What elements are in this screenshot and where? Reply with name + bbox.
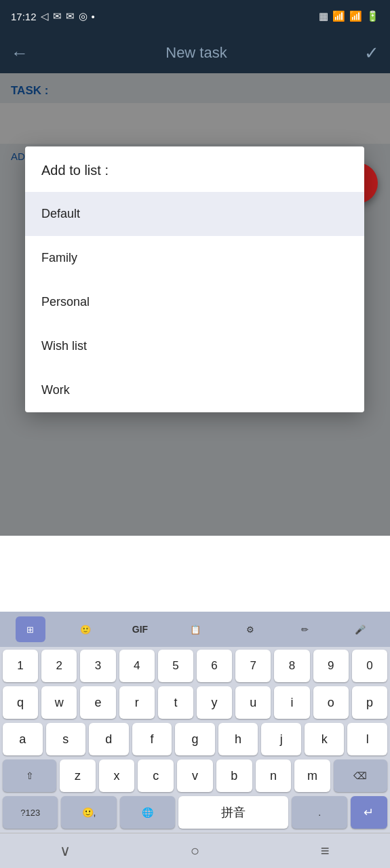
draw-icon: ✏ (301, 625, 309, 635)
key-z[interactable]: z (60, 760, 96, 792)
dialog-title: Add to list : (25, 146, 364, 192)
key-l[interactable]: l (347, 723, 387, 755)
wifi-icon: 📶 (332, 10, 345, 22)
key-o[interactable]: o (313, 686, 349, 719)
apps-icon: ⊞ (26, 625, 34, 635)
gif-toolbar-btn[interactable]: GIF (125, 616, 155, 642)
key-8[interactable]: 8 (274, 650, 309, 682)
key-a[interactable]: a (3, 723, 43, 755)
keyboard: ⊞ 🙂 GIF 📋 ⚙ ✏ 🎤 1234567890 qwertyuiop as… (0, 612, 390, 868)
circle-icon: ◎ (79, 10, 87, 22)
letter-row-2: asdfghjkl (3, 723, 387, 755)
dialog: Add to list : DefaultFamilyPersonalWish … (25, 146, 364, 412)
email2-icon: ✉ (66, 10, 75, 22)
letter-row-3: ⇧zxcvbnm⌫ (3, 760, 387, 792)
draw-toolbar-btn[interactable]: ✏ (290, 616, 320, 642)
key-1[interactable]: 1 (3, 650, 38, 682)
space-key[interactable]: 拼音 (178, 796, 289, 829)
nav-menu-btn[interactable]: ≡ (305, 842, 345, 860)
bottom-row: ?123🙂,🌐拼音.↵ (3, 796, 387, 829)
key-0[interactable]: 0 (352, 650, 387, 682)
apps-toolbar-btn[interactable]: ⊞ (16, 616, 45, 642)
key-2[interactable]: 2 (41, 650, 77, 682)
dialog-item-default[interactable]: Default (25, 192, 364, 236)
page-title: New task (165, 44, 227, 62)
key-4[interactable]: 4 (119, 650, 155, 682)
key-v[interactable]: v (177, 760, 213, 792)
emoji-toolbar-btn[interactable]: 🙂 (71, 616, 100, 642)
dialog-item-wish-list[interactable]: Wish list (25, 324, 364, 368)
key-m[interactable]: m (294, 760, 330, 792)
key-3[interactable]: 3 (80, 650, 115, 682)
settings-icon: ⚙ (246, 625, 254, 635)
backspace-key[interactable]: ⌫ (334, 760, 387, 792)
key-c[interactable]: c (138, 760, 174, 792)
key-b[interactable]: b (216, 760, 252, 792)
key-e[interactable]: e (80, 686, 115, 719)
key-t[interactable]: t (158, 686, 193, 719)
globe-key[interactable]: 🌐 (120, 796, 175, 829)
key-u[interactable]: u (235, 686, 271, 719)
battery-icon: 🔋 (366, 10, 379, 22)
confirm-button[interactable]: ✓ (364, 43, 379, 64)
status-left: 17:12 ◁ ✉ ✉ ◎ • (11, 10, 95, 22)
back-button[interactable]: ← (11, 43, 28, 64)
email-icon: ✉ (53, 10, 62, 22)
status-bar: 17:12 ◁ ✉ ✉ ◎ • ▦ 📶 📶 🔋 (0, 0, 390, 33)
letter-row-1: qwertyuiop (3, 686, 387, 719)
key-d[interactable]: d (89, 723, 129, 755)
number-row: 1234567890 (3, 650, 387, 682)
time: 17:12 (11, 11, 37, 22)
key-j[interactable]: j (261, 723, 301, 755)
num-switch-key[interactable]: ?123 (3, 796, 58, 829)
key-r[interactable]: r (119, 686, 155, 719)
nav-down-btn[interactable]: ∨ (45, 842, 85, 860)
key-y[interactable]: y (197, 686, 232, 719)
enter-key[interactable]: ↵ (351, 796, 387, 829)
key-5[interactable]: 5 (158, 650, 193, 682)
key-x[interactable]: x (99, 760, 135, 792)
clipboard-toolbar-btn[interactable]: 📋 (180, 616, 210, 642)
mic-icon: 🎤 (355, 625, 366, 635)
nav-bar: ∨ ○ ≡ (0, 833, 390, 868)
emoji-icon: 🙂 (80, 625, 91, 635)
shift-key[interactable]: ⇧ (3, 760, 56, 792)
location-icon: ◁ (41, 10, 49, 22)
dot-icon: • (92, 11, 95, 22)
gif-icon: GIF (132, 624, 148, 635)
keyboard-rows: 1234567890 qwertyuiop asdfghjkl ⇧zxcvbnm… (0, 647, 390, 829)
key-9[interactable]: 9 (313, 650, 349, 682)
settings-toolbar-btn[interactable]: ⚙ (235, 616, 265, 642)
dialog-item-work[interactable]: Work (25, 368, 364, 412)
period-key[interactable]: . (292, 796, 347, 829)
key-w[interactable]: w (41, 686, 77, 719)
key-p[interactable]: p (352, 686, 387, 719)
dialog-item-family[interactable]: Family (25, 236, 364, 280)
key-h[interactable]: h (218, 723, 258, 755)
status-right: ▦ 📶 📶 🔋 (319, 10, 379, 22)
nav-home-btn[interactable]: ○ (174, 842, 215, 860)
key-q[interactable]: q (3, 686, 38, 719)
emoji-comma-key[interactable]: 🙂, (61, 796, 116, 829)
key-k[interactable]: k (305, 723, 345, 755)
keyboard-toolbar: ⊞ 🙂 GIF 📋 ⚙ ✏ 🎤 (0, 612, 390, 647)
signal-icon: 📶 (349, 10, 362, 22)
clipboard-icon: 📋 (190, 625, 201, 635)
vibrate-icon: ▦ (319, 10, 328, 22)
app-bar: ← New task ✓ (0, 33, 390, 73)
key-n[interactable]: n (256, 760, 292, 792)
key-7[interactable]: 7 (235, 650, 271, 682)
mic-toolbar-btn[interactable]: 🎤 (345, 616, 375, 642)
key-g[interactable]: g (175, 723, 215, 755)
background-content: TASK : AD Add to list : DefaultFamilyPer… (0, 73, 390, 536)
key-f[interactable]: f (132, 723, 172, 755)
key-i[interactable]: i (274, 686, 309, 719)
key-s[interactable]: s (46, 723, 86, 755)
dialog-item-personal[interactable]: Personal (25, 280, 364, 324)
key-6[interactable]: 6 (197, 650, 232, 682)
